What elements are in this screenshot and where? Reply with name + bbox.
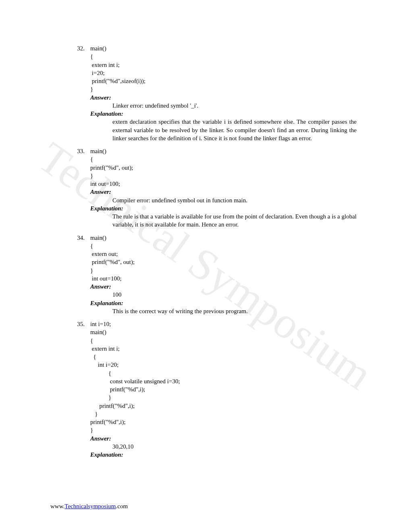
question-number: 35.: [62, 320, 90, 459]
code-block: int i=10; main() { extern int i; { int i…: [90, 320, 357, 434]
question-number: 33.: [62, 147, 90, 229]
question-32: 32. main() { extern int i; i=20; printf(…: [62, 44, 357, 142]
question-number: 34.: [62, 234, 90, 316]
explanation-label: Explanation:: [90, 451, 357, 459]
answer-text: Linker error: undefined symbol '_i'.: [90, 102, 357, 110]
footer-link[interactable]: Technicalsymposium: [64, 503, 116, 509]
explanation-label: Explanation:: [90, 110, 357, 118]
answer-text: 30,20,10: [90, 443, 357, 451]
footer: www.Technicalsymposium.com: [50, 503, 128, 510]
answer-label: Answer:: [90, 434, 357, 443]
answer-text: Compiler error: undefined symbol out in …: [90, 196, 357, 204]
answer-label: Answer:: [90, 283, 357, 291]
question-number: 32.: [62, 44, 90, 142]
footer-suffix: .com: [116, 503, 128, 509]
question-33: 33. main() { printf("%d", out); } int ou…: [62, 147, 357, 229]
code-block: main() { extern out; printf("%d", out); …: [90, 234, 357, 283]
answer-text: 100: [90, 291, 357, 299]
footer-prefix: www.: [50, 503, 64, 509]
question-35: 35. int i=10; main() { extern int i; { i…: [62, 320, 357, 459]
question-34: 34. main() { extern out; printf("%d", ou…: [62, 234, 357, 316]
explanation-text: extern declaration specifies that the va…: [90, 118, 357, 142]
explanation-text: The rule is that a variable is available…: [90, 212, 357, 229]
explanation-label: Explanation:: [90, 299, 357, 307]
code-block: main() { printf("%d", out); } int out=10…: [90, 147, 357, 188]
page-content: 32. main() { extern int i; i=20; printf(…: [0, 0, 411, 459]
explanation-text: This is the correct way of writing the p…: [90, 307, 357, 315]
explanation-label: Explanation:: [90, 204, 357, 212]
code-block: main() { extern int i; i=20; printf("%d"…: [90, 44, 357, 94]
answer-label: Answer:: [90, 188, 357, 196]
answer-label: Answer:: [90, 94, 357, 102]
